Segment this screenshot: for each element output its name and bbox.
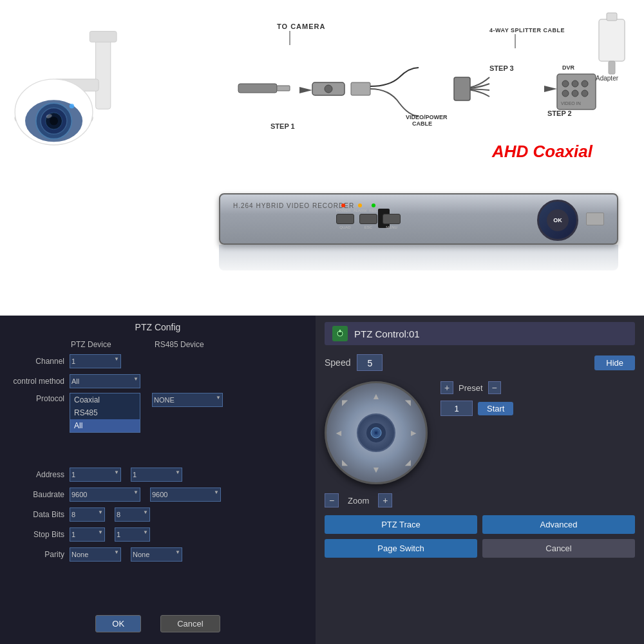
control-method-select[interactable]: All — [70, 374, 140, 388]
joystick-area[interactable]: ▲ ▼ ◄ ► ◤ ◥ ◣ ◢ — [325, 381, 428, 484]
arrow-lower-right-icon[interactable]: ◢ — [405, 459, 410, 467]
zoom-label: Zoom — [348, 496, 369, 506]
arrow-up-icon[interactable]: ▲ — [372, 391, 381, 401]
protocol-option-rs485[interactable]: RS485 — [70, 406, 140, 419]
address2-dropdown-wrapper[interactable]: 1 — [131, 468, 182, 482]
svg-text:Adapter: Adapter — [596, 75, 619, 82]
stopbits-col2: 1 — [115, 527, 150, 542]
dvr-nav-circle[interactable]: OK — [537, 200, 578, 241]
channel-dropdown-wrapper[interactable]: 1 — [70, 354, 121, 368]
svg-rect-40 — [609, 61, 615, 74]
preset-area: + Preset − Start — [440, 381, 635, 416]
protocol-option-all[interactable]: All — [70, 419, 140, 432]
preset-minus-button[interactable]: + — [440, 381, 453, 394]
rs485-protocol-select[interactable]: NONE — [152, 393, 223, 407]
quad-btn[interactable] — [336, 214, 354, 224]
rs485-protocol-dropdown-wrapper[interactable]: NONE — [152, 393, 223, 407]
dvr-nav-ok[interactable]: OK — [547, 209, 569, 231]
address-col2: 1 — [131, 468, 182, 482]
databits-label: Data Bits — [6, 510, 70, 519]
page-switch-button[interactable]: Page Switch — [325, 539, 477, 558]
rec-indicator — [372, 204, 375, 207]
esc-btn[interactable] — [359, 214, 377, 224]
stopbits-select[interactable]: 1 — [70, 527, 105, 542]
databits2-select[interactable]: 8 — [115, 507, 150, 522]
preset-label: Preset — [459, 383, 483, 393]
protocol-option-coaxial[interactable]: Coaxial — [70, 393, 140, 406]
config-ok-button[interactable]: OK — [95, 615, 141, 632]
joystick-preset-row: ▲ ▼ ◄ ► ◤ ◥ ◣ ◢ — [325, 381, 635, 484]
svg-rect-0 — [96, 37, 111, 109]
databits-col2: 8 — [115, 507, 150, 522]
preset-plus-button[interactable]: − — [488, 381, 501, 394]
joystick-outer[interactable]: ▲ ▼ ◄ ► ◤ ◥ ◣ ◢ — [325, 381, 428, 484]
arrow-upper-left-icon[interactable]: ◤ — [342, 399, 347, 407]
svg-point-33 — [582, 80, 588, 87]
baudrate2-dropdown-wrapper[interactable]: 9600 — [150, 488, 221, 502]
start-button[interactable]: Start — [478, 402, 513, 415]
preset-input[interactable] — [440, 401, 473, 416]
address-dropdown-wrapper[interactable]: 1 — [70, 468, 121, 482]
preset-input-row: Start — [440, 401, 635, 416]
parity-select[interactable]: None — [70, 547, 121, 562]
svg-point-31 — [562, 80, 569, 87]
hide-button[interactable]: Hide — [594, 355, 635, 370]
ptz-config-panel: PTZ Config PTZ Device RS485 Device Chann… — [0, 316, 316, 644]
config-cancel-button[interactable]: Cancel — [160, 615, 220, 632]
arrow-down-icon[interactable]: ▼ — [372, 464, 381, 475]
rec-label: REC — [369, 209, 377, 213]
ptz-ctrl-icon — [332, 326, 348, 341]
arrow-right-icon[interactable]: ► — [409, 428, 418, 438]
arrow-lower-left-icon[interactable]: ◣ — [342, 459, 347, 467]
baudrate2-select[interactable]: 9600 — [150, 488, 221, 502]
address2-select[interactable]: 1 — [131, 468, 182, 482]
svg-marker-27 — [544, 86, 557, 92]
svg-rect-15 — [238, 84, 277, 93]
power-indicator — [341, 204, 345, 207]
zoom-row: − Zoom + — [325, 493, 635, 507]
ahd-coaxial-label: AHD Coaxial — [492, 142, 592, 162]
alarm-label: ALARM — [354, 209, 367, 213]
power-label: POWER — [336, 209, 351, 213]
databits-dropdown-wrapper[interactable]: 8 — [70, 507, 105, 522]
control-cancel-button[interactable]: Cancel — [482, 539, 635, 558]
channel-select[interactable]: 1 — [70, 354, 121, 368]
joystick-center[interactable] — [357, 413, 395, 452]
dvr-buttons-group: QUAD ESC MENU — [336, 214, 401, 229]
control-method-dropdown-wrapper[interactable]: All — [70, 374, 140, 388]
top-section: TO CAMERA STEP 1 VIDEO/POWER CABLE 4-WAY… — [0, 0, 644, 316]
zoom-minus-button[interactable]: − — [325, 493, 339, 507]
address-row: Address 1 1 — [6, 466, 309, 483]
databits-select[interactable]: 8 — [70, 507, 105, 522]
zoom-plus-button[interactable]: + — [378, 493, 392, 507]
ptz-ctrl-title: PTZ Control:01 — [354, 328, 420, 339]
rs485-device-col-label: RS485 Device — [155, 340, 232, 349]
baudrate-dropdown-wrapper[interactable]: 9600 — [70, 488, 140, 502]
ptz-trace-button[interactable]: PTZ Trace — [325, 515, 477, 534]
address-label: Address — [6, 470, 70, 479]
arrow-upper-right-icon[interactable]: ◥ — [405, 399, 410, 407]
speed-row: Speed 5 Hide — [325, 354, 635, 371]
stopbits2-select[interactable]: 1 — [115, 527, 150, 542]
databits2-dropdown-wrapper[interactable]: 8 — [115, 507, 150, 522]
protocol-dropdown-container[interactable]: Coaxial RS485 All — [70, 393, 140, 433]
channel-label: Channel — [6, 357, 70, 366]
svg-text:DVR: DVR — [562, 64, 575, 71]
parity-dropdown-wrapper[interactable]: None — [70, 547, 121, 562]
parity2-dropdown-wrapper[interactable]: None — [131, 547, 182, 562]
stopbits2-dropdown-wrapper[interactable]: 1 — [115, 527, 150, 542]
control-method-label: control method — [6, 377, 70, 386]
stopbits-dropdown-wrapper[interactable]: 1 — [70, 527, 105, 542]
address-select[interactable]: 1 — [70, 468, 121, 482]
menu-btn[interactable] — [383, 214, 401, 224]
svg-marker-17 — [299, 87, 312, 93]
baudrate-select[interactable]: 9600 — [70, 488, 140, 502]
esc-label: ESC — [365, 225, 372, 229]
parity2-select[interactable]: None — [131, 547, 182, 562]
svg-text:CABLE: CABLE — [412, 120, 432, 127]
databits-row: Data Bits 8 8 — [6, 506, 309, 523]
advanced-button[interactable]: Advanced — [482, 515, 635, 534]
svg-text:VIDEO/POWER: VIDEO/POWER — [406, 114, 448, 120]
rs485-protocol-col: NONE — [152, 393, 223, 407]
arrow-left-icon[interactable]: ◄ — [334, 428, 343, 438]
